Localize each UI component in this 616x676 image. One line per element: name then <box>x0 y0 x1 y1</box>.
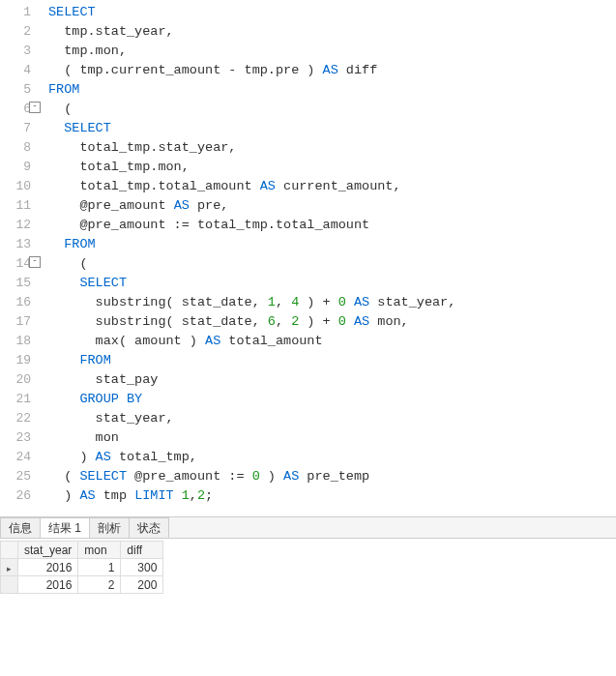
column-header[interactable]: diff <box>121 542 163 559</box>
row-handle[interactable] <box>1 576 18 594</box>
code-line[interactable]: mon <box>48 428 616 448</box>
cell[interactable]: 200 <box>121 576 163 594</box>
fold-icon[interactable]: - <box>29 256 41 268</box>
code-line[interactable]: FROM <box>48 351 616 370</box>
cell[interactable]: 300 <box>121 559 163 576</box>
fold-icon[interactable]: - <box>29 102 41 113</box>
row-handle[interactable] <box>1 559 18 576</box>
gutter-line: 1 <box>0 3 31 22</box>
editor-gutter: 123456-7891011121314-1516171819202122232… <box>0 0 37 509</box>
column-header[interactable]: mon <box>78 542 121 559</box>
sql-editor[interactable]: 123456-7891011121314-1516171819202122232… <box>0 0 616 509</box>
table-row[interactable]: 20162200 <box>1 576 163 594</box>
code-line[interactable]: stat_year, <box>48 409 616 428</box>
code-line[interactable]: ( <box>48 100 616 119</box>
code-line[interactable]: @pre_amount := total_tmp.total_amount <box>48 216 616 235</box>
code-line[interactable]: total_tmp.total_amount AS current_amount… <box>48 177 616 196</box>
gutter-line: 9 <box>0 158 31 177</box>
gutter-line: 13 <box>0 235 31 254</box>
code-line[interactable]: GROUP BY <box>48 390 616 409</box>
cell[interactable]: 1 <box>78 559 121 576</box>
gutter-line: 2 <box>0 22 31 42</box>
code-line[interactable]: ) AS tmp LIMIT 1,2; <box>48 486 616 506</box>
code-line[interactable]: total_tmp.mon, <box>48 158 616 177</box>
gutter-line: 24 <box>0 448 31 467</box>
gutter-line: 14- <box>0 254 31 274</box>
code-line[interactable]: stat_pay <box>48 370 616 390</box>
gutter-line: 23 <box>0 428 31 448</box>
gutter-line: 21 <box>0 390 31 409</box>
row-handle-header <box>1 542 18 559</box>
gutter-line: 25 <box>0 467 31 486</box>
gutter-line: 19 <box>0 351 31 370</box>
gutter-line: 26 <box>0 486 31 506</box>
code-line[interactable]: SELECT <box>48 119 616 138</box>
gutter-line: 12 <box>0 216 31 235</box>
gutter-line: 18 <box>0 332 31 351</box>
gutter-line: 20 <box>0 370 31 390</box>
cell[interactable]: 2016 <box>18 559 78 576</box>
code-line[interactable]: FROM <box>48 80 616 100</box>
gutter-line: 4 <box>0 61 31 80</box>
column-header[interactable]: stat_year <box>18 542 78 559</box>
code-line[interactable]: tmp.stat_year, <box>48 22 616 42</box>
code-line[interactable]: SELECT <box>48 3 616 22</box>
gutter-line: 6- <box>0 100 31 119</box>
code-line[interactable]: ( SELECT @pre_amount := 0 ) AS pre_temp <box>48 467 616 486</box>
code-line[interactable]: ( <box>48 254 616 274</box>
code-line[interactable]: SELECT <box>48 274 616 293</box>
results-tabs: 信息结果 1剖析状态 <box>0 517 616 539</box>
editor-code[interactable]: SELECT tmp.stat_year, tmp.mon, ( tmp.cur… <box>37 0 616 509</box>
gutter-line: 8 <box>0 138 31 158</box>
tab-结果 1[interactable]: 结果 1 <box>40 517 90 538</box>
cell[interactable]: 2 <box>78 576 121 594</box>
results-panel: 信息结果 1剖析状态 stat_yearmondiff2016130020162… <box>0 516 616 594</box>
code-line[interactable]: FROM <box>48 235 616 254</box>
code-line[interactable]: max( amount ) AS total_amount <box>48 332 616 351</box>
code-line[interactable]: total_tmp.stat_year, <box>48 138 616 158</box>
gutter-line: 7 <box>0 119 31 138</box>
code-line[interactable]: substring( stat_date, 6, 2 ) + 0 AS mon, <box>48 312 616 332</box>
gutter-line: 22 <box>0 409 31 428</box>
code-line[interactable]: ) AS total_tmp, <box>48 448 616 467</box>
code-line[interactable]: ( tmp.current_amount - tmp.pre ) AS diff <box>48 61 616 80</box>
cell[interactable]: 2016 <box>18 576 78 594</box>
results-grid[interactable]: stat_yearmondiff2016130020162200 <box>0 541 163 594</box>
table-row[interactable]: 20161300 <box>1 559 163 576</box>
tab-信息[interactable]: 信息 <box>0 517 41 538</box>
gutter-line: 3 <box>0 42 31 61</box>
gutter-line: 17 <box>0 312 31 332</box>
gutter-line: 5 <box>0 80 31 100</box>
tab-状态[interactable]: 状态 <box>129 517 169 538</box>
code-line[interactable]: @pre_amount AS pre, <box>48 196 616 216</box>
code-line[interactable]: tmp.mon, <box>48 42 616 61</box>
gutter-line: 16 <box>0 293 31 312</box>
gutter-line: 15 <box>0 274 31 293</box>
code-line[interactable]: substring( stat_date, 1, 4 ) + 0 AS stat… <box>48 293 616 312</box>
gutter-line: 11 <box>0 196 31 216</box>
tab-剖析[interactable]: 剖析 <box>89 517 130 538</box>
gutter-line: 10 <box>0 177 31 196</box>
